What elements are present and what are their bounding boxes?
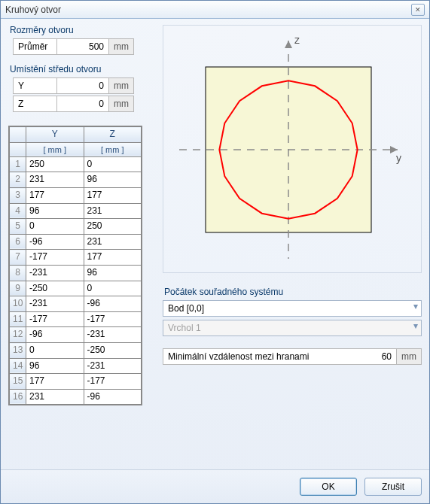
min-distance-row: Minimální vzdálenost mezi hranami mm <box>163 348 422 365</box>
cell-z[interactable]: 177 <box>84 188 142 204</box>
col-unit-z: [ mm ] <box>84 142 142 156</box>
center-z-label: Z <box>13 96 56 112</box>
client-area: Rozměry otvoru Průměr mm Umístění středu… <box>1 19 429 469</box>
row-number: 13 <box>10 343 26 359</box>
table-row[interactable]: 1496-231 <box>10 358 142 374</box>
table-row[interactable]: 223196 <box>10 172 142 188</box>
cell-z[interactable]: -96 <box>84 389 142 405</box>
cell-z[interactable]: -177 <box>84 311 142 327</box>
min-distance-label: Minimální vzdálenost mezi hranami <box>163 349 351 364</box>
window-title: Kruhový otvor <box>5 5 61 15</box>
table-row[interactable]: 50250 <box>10 219 142 235</box>
cell-y[interactable]: 177 <box>26 374 84 390</box>
center-z-input[interactable] <box>56 96 109 112</box>
row-number: 2 <box>10 172 26 188</box>
center-y-input[interactable] <box>56 77 109 94</box>
row-number: 14 <box>10 358 26 374</box>
center-y-label: Y <box>13 77 56 94</box>
table-row[interactable]: 496231 <box>10 203 142 219</box>
row-number: 4 <box>10 203 26 219</box>
dialog-window: Kruhový otvor ✕ Rozměry otvoru Průměr mm… <box>0 0 430 504</box>
cell-z[interactable]: 0 <box>84 156 142 172</box>
diameter-label: Průměr <box>13 38 56 55</box>
table-row[interactable]: 16231-96 <box>10 389 142 405</box>
col-header-y: Y <box>26 127 84 143</box>
row-number: 12 <box>10 327 26 343</box>
cell-z[interactable]: 96 <box>84 266 142 281</box>
chevron-down-icon: ▾ <box>409 320 421 335</box>
cell-z[interactable]: -250 <box>84 343 142 359</box>
row-number: 10 <box>10 296 26 312</box>
cell-z[interactable]: -96 <box>84 296 142 312</box>
titlebar: Kruhový otvor ✕ <box>1 1 429 19</box>
min-distance-input[interactable] <box>351 349 396 364</box>
cell-z[interactable]: 231 <box>84 203 142 219</box>
vertex-value: Vrchol 1 <box>163 320 409 335</box>
cell-y[interactable]: -177 <box>26 311 84 327</box>
cell-z[interactable]: 96 <box>84 172 142 188</box>
col-unit-y: [ mm ] <box>26 142 84 156</box>
preview-svg: zy <box>175 33 409 259</box>
svg-marker-4 <box>285 41 292 48</box>
origin-value: Bod [0,0] <box>163 301 409 316</box>
svg-text:y: y <box>396 152 401 164</box>
cell-z[interactable]: -231 <box>84 358 142 374</box>
cell-y[interactable]: -231 <box>26 296 84 312</box>
close-icon[interactable]: ✕ <box>411 4 425 16</box>
content-row: Rozměry otvoru Průměr mm Umístění středu… <box>8 25 422 463</box>
table-row[interactable]: 7-177177 <box>10 250 142 266</box>
center-z-unit: mm <box>109 96 134 112</box>
cell-y[interactable]: -231 <box>26 266 84 281</box>
row-number: 5 <box>10 219 26 235</box>
row-number: 11 <box>10 311 26 327</box>
col-header-z: Z <box>84 127 142 143</box>
cell-y[interactable]: 0 <box>26 219 84 235</box>
cell-z[interactable]: 250 <box>84 219 142 235</box>
cell-y[interactable]: 0 <box>26 343 84 359</box>
cell-z[interactable]: 231 <box>84 234 142 250</box>
row-number: 16 <box>10 389 26 405</box>
cell-y[interactable]: -96 <box>26 234 84 250</box>
coordsys-heading: Počátek souřadného systému <box>164 287 422 297</box>
cell-y[interactable]: 250 <box>26 156 84 172</box>
ok-button[interactable]: OK <box>300 478 357 496</box>
cell-y[interactable]: -177 <box>26 250 84 266</box>
cell-y[interactable]: 231 <box>26 389 84 405</box>
table-row[interactable]: 130-250 <box>10 343 142 359</box>
cell-y[interactable]: 231 <box>26 172 84 188</box>
table-row[interactable]: 6-96231 <box>10 234 142 250</box>
cell-z[interactable]: 177 <box>84 250 142 266</box>
table-row[interactable]: 15177-177 <box>10 374 142 390</box>
diameter-unit: mm <box>109 38 134 55</box>
table-row[interactable]: 12500 <box>10 156 142 172</box>
row-number: 6 <box>10 234 26 250</box>
center-z-row: Z mm <box>13 96 155 112</box>
cell-y[interactable]: -96 <box>26 327 84 343</box>
row-number: 1 <box>10 156 26 172</box>
cancel-button[interactable]: Zrušit <box>364 478 422 496</box>
diameter-input[interactable] <box>56 38 109 55</box>
cell-y[interactable]: 177 <box>26 188 84 204</box>
left-column: Rozměry otvoru Průměr mm Umístění středu… <box>8 25 155 405</box>
table-row[interactable]: 11-177-177 <box>10 311 142 327</box>
center-heading: Umístění středu otvoru <box>10 64 155 74</box>
coordinates-table: Y Z [ mm ] [ mm ] 1250022319631771774962… <box>8 126 142 405</box>
cell-y[interactable]: 96 <box>26 358 84 374</box>
origin-dropdown[interactable]: Bod [0,0] ▾ <box>163 300 422 317</box>
table-row[interactable]: 12-96-231 <box>10 327 142 343</box>
table-row[interactable]: 3177177 <box>10 188 142 204</box>
table-row[interactable]: 10-231-96 <box>10 296 142 312</box>
table-corner <box>10 127 26 143</box>
vertex-dropdown: Vrchol 1 ▾ <box>163 320 422 336</box>
dialog-footer: OK Zrušit <box>1 469 429 503</box>
cell-z[interactable]: -177 <box>84 374 142 390</box>
table-row[interactable]: 9-2500 <box>10 281 142 296</box>
table-row[interactable]: 8-23196 <box>10 266 142 281</box>
cell-y[interactable]: 96 <box>26 203 84 219</box>
cell-y[interactable]: -250 <box>26 281 84 296</box>
cell-z[interactable]: -231 <box>84 327 142 343</box>
min-distance-unit: mm <box>396 349 421 364</box>
preview-panel: zy <box>163 25 422 273</box>
cell-z[interactable]: 0 <box>84 281 142 296</box>
chevron-down-icon: ▾ <box>409 301 421 316</box>
